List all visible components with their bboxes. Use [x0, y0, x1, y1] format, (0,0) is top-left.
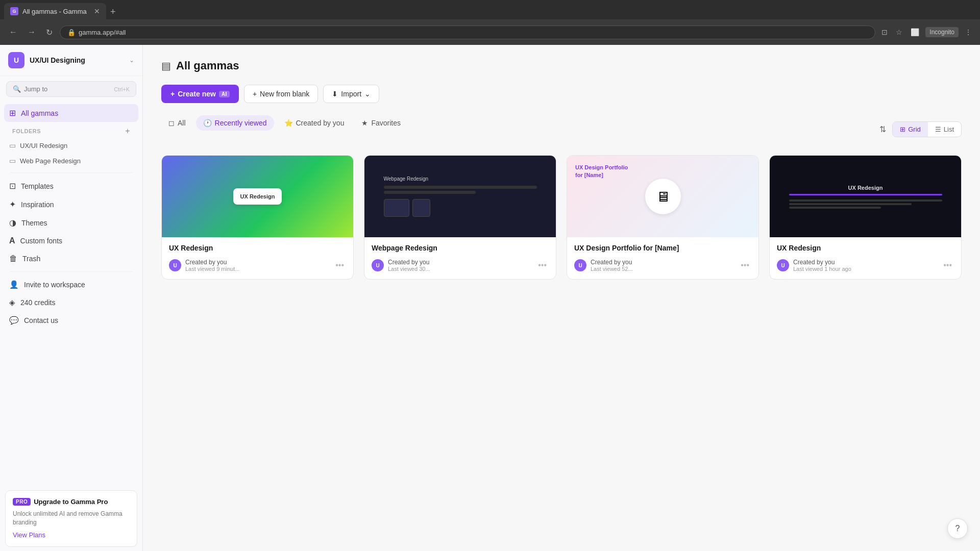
table-row[interactable]: UX Design Portfoliofor [Name] 🖥 UX Desig… [567, 155, 759, 280]
toolbar: + Create new AI + New from blank ⬇ Impor… [161, 85, 962, 103]
search-bar[interactable]: 🔍 Ctrl+K [6, 81, 136, 97]
cards-grid: UX Redesign UX Redesign U Created by you… [161, 155, 962, 280]
table-row[interactable]: UX Redesign UX Redesign U Created by you… [161, 155, 354, 280]
import-chevron-icon: ⌄ [364, 90, 371, 98]
folder-web-page[interactable]: ▭ Web Page Redesign [4, 153, 138, 168]
card-creator: Created by you [185, 259, 329, 266]
card-title: UX Redesign [777, 243, 954, 253]
new-from-blank-button[interactable]: + New from blank [244, 85, 318, 103]
workspace-name: UX/UI Designing [30, 56, 124, 64]
nav-inspiration[interactable]: ✦ Inspiration [4, 195, 138, 213]
folders-label: Folders [12, 128, 41, 134]
browser-nav: ← → ↻ 🔒 gamma.app/#all ⊡ ☆ ⬜ Incognito ⋮ [0, 19, 980, 45]
back-button[interactable]: ← [6, 26, 20, 39]
search-input[interactable] [24, 85, 111, 93]
filter-all-tab[interactable]: ◻ All [161, 115, 193, 131]
ai-badge: AI [219, 91, 230, 97]
list-view-button[interactable]: ☰ List [928, 122, 961, 137]
add-folder-button[interactable]: + [125, 127, 130, 136]
menu-button[interactable]: ⋮ [963, 26, 974, 38]
nav-templates[interactable]: ⊡ Templates [4, 177, 138, 195]
workspace-avatar: U [8, 52, 24, 68]
card-menu-button[interactable]: ••• [333, 260, 346, 271]
active-tab[interactable]: G All gammas - Gamma ✕ [4, 3, 106, 19]
invite-icon: 👤 [9, 280, 19, 289]
card-title: UX Redesign [169, 243, 346, 253]
card-meta-text: Created by you Last viewed 9 minut... [185, 259, 329, 272]
card-menu-button[interactable]: ••• [536, 260, 549, 271]
workspace-chevron-icon[interactable]: ⌄ [129, 57, 134, 64]
sidebar-divider [10, 172, 132, 173]
card-thumbnail: Webpage Redesign [364, 156, 556, 237]
table-row[interactable]: UX Redesign UX Redesign U Created by you [769, 155, 962, 280]
folders-section: Folders + [4, 122, 138, 138]
nav-credits[interactable]: ◈ 240 credits [4, 294, 138, 311]
templates-label: Templates [21, 182, 133, 190]
import-label: Import [341, 90, 361, 98]
tab-favicon: G [10, 7, 18, 15]
card-meta: U Created by you Last viewed 30... ••• [372, 259, 549, 272]
filter-favorites-tab[interactable]: ★ Favorites [354, 115, 408, 131]
folder-ux-redesign[interactable]: ▭ UX/UI Redesign [4, 138, 138, 153]
new-blank-label: New from blank [260, 90, 309, 98]
tab-button[interactable]: ⬜ [909, 26, 921, 38]
sort-button[interactable]: ⇅ [876, 121, 889, 137]
grid-icon: ⊞ [900, 126, 905, 133]
filter-favorites-icon: ★ [361, 119, 368, 127]
card-thumbnail: UX Redesign [162, 156, 353, 237]
contact-icon: 💬 [9, 316, 19, 325]
table-row[interactable]: Webpage Redesign Webpage Redesign U [364, 155, 556, 280]
address-bar[interactable]: 🔒 gamma.app/#all [60, 26, 875, 39]
page-header: ▤ All gammas [161, 59, 962, 72]
avatar: U [169, 259, 181, 271]
view-plans-link[interactable]: View Plans [13, 531, 45, 539]
filter-created-label: Created by you [296, 119, 345, 127]
search-icon: 🔍 [13, 85, 21, 93]
card-menu-button[interactable]: ••• [941, 260, 954, 271]
nav-themes[interactable]: ◑ Themes [4, 214, 138, 232]
filter-recently-viewed-tab[interactable]: 🕐 Recently viewed [196, 115, 274, 131]
filter-recently-icon: 🕐 [203, 119, 212, 127]
custom-fonts-label: Custom fonts [20, 237, 133, 245]
credits-label: 240 credits [20, 298, 55, 307]
new-tab-button[interactable]: + [106, 5, 120, 19]
browser-tabs: G All gammas - Gamma ✕ + [0, 0, 980, 19]
nav-invite[interactable]: 👤 Invite to workspace [4, 276, 138, 293]
forward-button[interactable]: → [24, 26, 39, 39]
folder-icon: ▭ [9, 157, 16, 165]
card-meta: U Created by you Last viewed 9 minut... … [169, 259, 346, 272]
sidebar: U UX/UI Designing ⌄ 🔍 Ctrl+K ⊞ All gamma… [0, 45, 143, 551]
bookmark-star-button[interactable]: ☆ [894, 26, 904, 38]
card-meta: U Created by you Last viewed 52... ••• [574, 259, 751, 272]
sidebar-nav: ⊞ All gammas Folders + ▭ UX/UI Redesign … [0, 102, 142, 485]
close-tab-button[interactable]: ✕ [94, 7, 100, 15]
templates-icon: ⊡ [9, 181, 16, 191]
custom-fonts-icon: A [9, 236, 15, 245]
card-last-viewed: Last viewed 9 minut... [185, 266, 329, 272]
refresh-button[interactable]: ↻ [43, 26, 56, 39]
grid-view-button[interactable]: ⊞ Grid [893, 122, 928, 137]
folder-label: UX/UI Redesign [20, 142, 67, 149]
url-text: gamma.app/#all [79, 29, 126, 36]
folder-label: Web Page Redesign [20, 157, 81, 165]
nav-actions: ⊡ ☆ ⬜ Incognito ⋮ [879, 26, 974, 38]
upgrade-description: Unlock unlimited AI and remove Gamma bra… [13, 510, 130, 527]
nav-all-gammas[interactable]: ⊞ All gammas [4, 104, 138, 122]
create-new-button[interactable]: + Create new AI [161, 85, 239, 103]
cast-button[interactable]: ⊡ [879, 26, 890, 38]
view-controls: ⇅ ⊞ Grid ☰ List [876, 121, 962, 137]
nav-trash[interactable]: 🗑 Trash [4, 250, 138, 267]
grid-label: Grid [908, 126, 921, 133]
filter-created-by-you-tab[interactable]: ⭐ Created by you [277, 115, 352, 131]
avatar: U [372, 259, 384, 271]
card-meta-text: Created by you Last viewed 52... [591, 259, 734, 272]
nav-custom-fonts[interactable]: A Custom fonts [4, 232, 138, 249]
import-button[interactable]: ⬇ Import ⌄ [323, 85, 379, 103]
card-last-viewed: Last viewed 1 hour ago [793, 266, 937, 272]
help-button[interactable]: ? [947, 518, 968, 539]
card-meta-text: Created by you Last viewed 30... [388, 259, 532, 272]
avatar: U [777, 259, 789, 271]
nav-contact[interactable]: 💬 Contact us [4, 312, 138, 329]
card-creator: Created by you [388, 259, 532, 266]
card-menu-button[interactable]: ••• [739, 260, 751, 271]
